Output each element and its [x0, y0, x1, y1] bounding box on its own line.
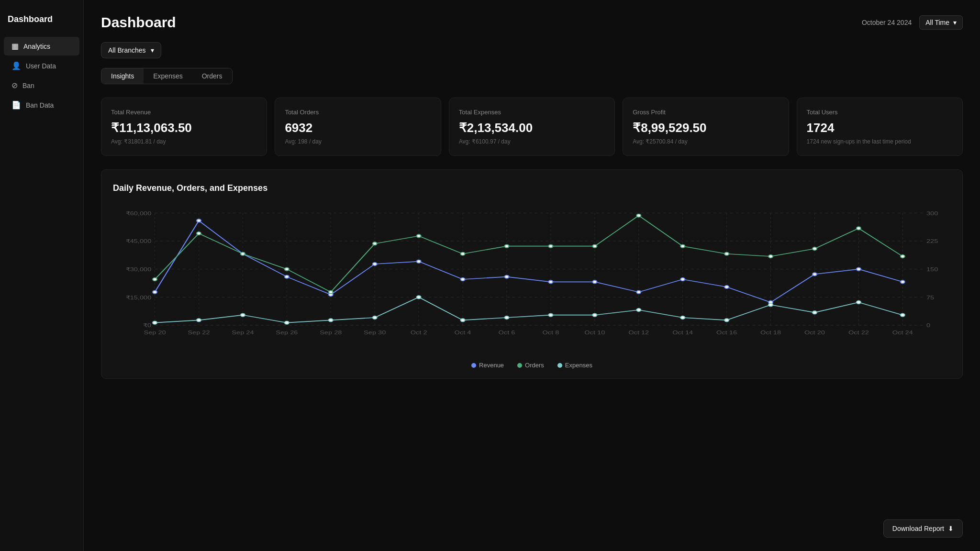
svg-point-103 [857, 301, 861, 304]
legend-dot-expenses [557, 363, 562, 368]
branch-chevron-icon: ▾ [151, 46, 154, 54]
svg-text:Oct 16: Oct 16 [716, 330, 737, 336]
legend-label-expenses: Expenses [565, 362, 592, 369]
metric-value-expenses: ₹2,13,534.00 [459, 121, 605, 135]
svg-point-70 [197, 232, 201, 235]
svg-point-104 [901, 313, 905, 316]
svg-text:Sep 22: Sep 22 [188, 330, 210, 336]
svg-point-78 [549, 244, 553, 247]
download-report-button[interactable]: Download Report ⬇ [883, 519, 963, 538]
svg-point-80 [636, 214, 641, 217]
svg-point-87 [153, 321, 157, 324]
svg-text:Oct 4: Oct 4 [455, 330, 471, 336]
time-filter-dropdown[interactable]: All Time ▾ [919, 15, 963, 30]
svg-point-96 [549, 313, 553, 316]
svg-point-86 [901, 255, 905, 258]
svg-text:75: 75 [926, 295, 934, 301]
metric-value-users: 1724 [807, 121, 953, 135]
svg-point-83 [768, 255, 773, 258]
svg-point-71 [241, 252, 245, 255]
chevron-down-icon: ▾ [953, 19, 957, 26]
svg-text:225: 225 [926, 238, 938, 244]
svg-text:Oct 10: Oct 10 [584, 330, 605, 336]
legend-revenue: Revenue [471, 362, 504, 369]
legend-orders: Orders [517, 362, 544, 369]
svg-text:₹45,000: ₹45,000 [126, 238, 152, 244]
time-filter-label: All Time [925, 19, 949, 26]
svg-point-102 [813, 311, 817, 314]
ban-icon: ⊘ [11, 81, 18, 90]
svg-point-67 [857, 267, 861, 270]
metric-label-revenue: Total Revenue [111, 109, 257, 116]
svg-point-69 [153, 278, 157, 281]
svg-point-88 [197, 319, 201, 321]
svg-point-62 [636, 290, 641, 293]
user-icon: 👤 [11, 61, 21, 70]
svg-point-100 [724, 319, 729, 321]
sidebar: Dashboard ▦ Analytics 👤 User Data ⊘ Ban … [0, 0, 84, 551]
svg-point-58 [461, 278, 465, 281]
svg-text:Oct 20: Oct 20 [804, 330, 825, 336]
download-report-label: Download Report [892, 525, 944, 532]
analytics-icon: ▦ [11, 42, 19, 51]
metric-avg-revenue: Avg: ₹31801.81 / day [111, 138, 257, 145]
sidebar-item-user-data[interactable]: 👤 User Data [4, 56, 79, 75]
branch-label: All Branches [108, 46, 146, 54]
tab-group: Insights Expenses Orders [101, 68, 233, 84]
svg-point-101 [768, 303, 773, 306]
sidebar-item-analytics[interactable]: ▦ Analytics [4, 37, 79, 55]
app-title: Dashboard [0, 10, 83, 36]
chart-container: .grid-line { stroke: #333; stroke-width:… [113, 203, 951, 356]
svg-text:150: 150 [926, 266, 938, 273]
metric-avg-profit: Avg: ₹25700.84 / day [633, 138, 779, 145]
svg-text:Sep 24: Sep 24 [232, 330, 254, 336]
svg-point-79 [592, 244, 597, 247]
tab-orders[interactable]: Orders [192, 68, 232, 84]
sidebar-label-ban-data: Ban Data [26, 101, 54, 109]
svg-text:Oct 12: Oct 12 [628, 330, 649, 336]
svg-point-84 [813, 247, 817, 250]
svg-text:0: 0 [926, 322, 930, 329]
svg-point-56 [373, 263, 377, 265]
main-content: Dashboard October 24 2024 All Time ▾ All… [84, 0, 980, 551]
tab-expenses[interactable]: Expenses [144, 68, 192, 84]
svg-point-73 [329, 290, 333, 293]
sidebar-item-ban-data[interactable]: 📄 Ban Data [4, 96, 79, 114]
chart-title: Daily Revenue, Orders, and Expenses [113, 183, 951, 193]
sidebar-item-ban[interactable]: ⊘ Ban [4, 76, 79, 95]
svg-point-61 [592, 280, 597, 283]
svg-point-59 [505, 275, 509, 278]
legend-expenses: Expenses [557, 362, 592, 369]
header-right: October 24 2024 All Time ▾ [862, 15, 963, 30]
metrics-row: Total Revenue ₹11,13,063.50 Avg: ₹31801.… [101, 98, 963, 156]
tab-insights[interactable]: Insights [101, 68, 144, 84]
chart-section: Daily Revenue, Orders, and Expenses .gri… [101, 169, 963, 379]
svg-point-63 [680, 278, 685, 281]
metric-value-profit: ₹8,99,529.50 [633, 121, 779, 135]
svg-text:Oct 2: Oct 2 [411, 330, 427, 336]
svg-text:Oct 14: Oct 14 [672, 330, 693, 336]
svg-text:₹60,000: ₹60,000 [126, 210, 152, 217]
sidebar-label-user-data: User Data [26, 62, 56, 70]
svg-point-66 [813, 273, 817, 276]
svg-text:Sep 26: Sep 26 [276, 330, 298, 336]
date-label: October 24 2024 [862, 19, 912, 26]
svg-text:Oct 6: Oct 6 [499, 330, 515, 336]
legend-label-revenue: Revenue [479, 362, 504, 369]
svg-text:Oct 8: Oct 8 [542, 330, 559, 336]
svg-text:Sep 20: Sep 20 [144, 330, 166, 336]
svg-point-60 [549, 280, 553, 283]
svg-point-94 [461, 319, 465, 321]
svg-point-57 [417, 260, 421, 263]
svg-point-85 [857, 227, 861, 230]
svg-text:₹15,000: ₹15,000 [126, 295, 152, 301]
svg-point-76 [461, 252, 465, 255]
sidebar-label-analytics: Analytics [23, 43, 50, 50]
svg-text:₹30,000: ₹30,000 [126, 266, 152, 273]
metric-gross-profit: Gross Profit ₹8,99,529.50 Avg: ₹25700.84… [623, 98, 789, 156]
svg-point-51 [153, 290, 157, 293]
metric-total-expenses: Total Expenses ₹2,13,534.00 Avg: ₹6100.9… [449, 98, 615, 156]
legend-label-orders: Orders [525, 362, 544, 369]
svg-point-54 [285, 275, 289, 278]
branch-dropdown[interactable]: All Branches ▾ [101, 42, 161, 58]
